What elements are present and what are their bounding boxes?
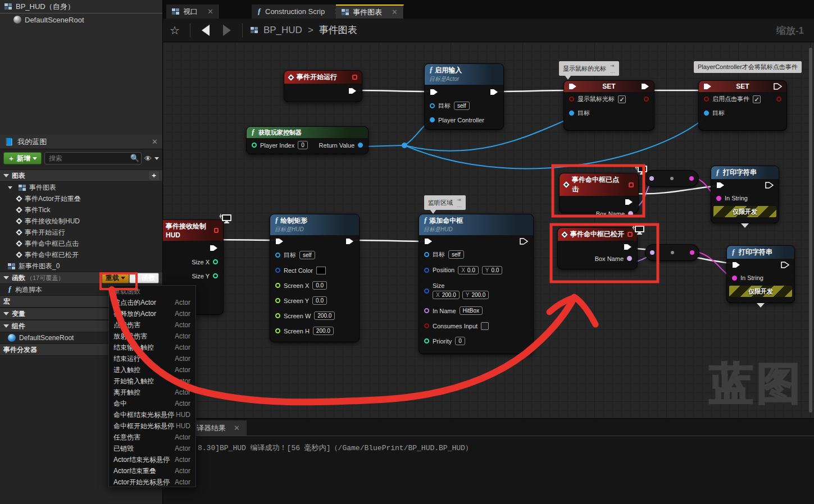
exec-out-pin[interactable] [781,262,789,268]
node-event-hitbox-release[interactable]: 事件命中框已松开 Box Name [557,227,638,269]
menu-item-end-play[interactable]: 结束运行Actor [109,353,195,364]
exec-out-pin[interactable] [520,238,528,245]
node-print-string-2[interactable]: ƒ 打印字符串 In String 仅限开发 [726,245,795,303]
click-events-checkbox[interactable]: ✓ [753,95,761,103]
position-y-value[interactable]: Y0.0 [482,266,503,274]
string-out-pin[interactable] [690,250,694,255]
exec-out-pin[interactable] [774,83,782,90]
name-to-string-conversion-node[interactable] [644,170,699,187]
size-y-pin[interactable] [213,273,218,278]
return-value-pin[interactable] [358,143,363,148]
my-blueprint-tab[interactable]: 📘 我的蓝图 ✕ [0,135,162,149]
exec-in-pin[interactable] [732,262,740,268]
exec-in-pin[interactable] [569,83,577,90]
add-new-button[interactable]: ＋新增 [3,152,42,164]
name-in-pin[interactable] [649,176,654,181]
node-enable-input[interactable]: ƒ 启用输入 目标是Actor 目标 self Player Controlle… [424,63,504,130]
target-pin[interactable] [569,111,574,116]
expand-arrow-icon[interactable] [757,303,765,308]
breadcrumb-asset[interactable]: BP_HUD [263,25,302,36]
exec-in-pin[interactable] [275,238,284,245]
sidebar-event-receive-drawhud[interactable]: 事件接收绘制HUD [0,216,162,227]
exec-out-pin[interactable] [490,89,498,95]
in-string-pin[interactable] [716,196,721,201]
menu-item-hitbox-end-cursor-over[interactable]: 命中框结束光标悬停HUD [109,409,195,420]
name-in-pin[interactable] [650,250,654,255]
menu-item-actor-end-cursor-over[interactable]: Actor结束光标悬停Actor [109,454,195,465]
target-pin[interactable] [424,252,429,257]
player-index-pin[interactable] [252,143,257,148]
sidebar-event-hitbox-click[interactable]: 事件命中框已点击 [0,238,162,249]
target-pin[interactable] [430,103,435,108]
size-pin[interactable] [424,288,429,294]
sidebar-event-beginplay[interactable]: 事件开始运行 [0,227,162,238]
tab-viewport[interactable]: 视口✕ [166,4,220,19]
back-button[interactable] [202,25,210,36]
menu-item-point-damage[interactable]: 点状伤害Actor [109,319,195,331]
node-add-hitbox[interactable]: ƒ 添加命中框 目标是HUD 目标 self Position X0.0 Y0.… [419,214,534,354]
menu-item-actor-released[interactable]: 被释放的ActorActor [109,308,195,319]
node-set-show-mouse-cursor[interactable]: SET 显示鼠标光标 ✓ 目标 [563,80,654,131]
pin-icon[interactable]: ⇥… [457,197,462,208]
exec-out-pin[interactable] [348,88,357,94]
screen-h-pin[interactable] [275,328,280,333]
screen-w-pin[interactable] [275,313,280,318]
sidebar-event-hitbox-release[interactable]: 事件命中框已松开 [0,249,162,260]
bool-out-pin[interactable] [644,97,649,102]
menu-item-begin-input-touch[interactable]: 开始输入触控Actor [109,375,195,387]
exec-in-pin[interactable] [716,182,725,189]
visibility-filter-icon[interactable]: 👁 [144,154,152,163]
filter-chevron-icon[interactable] [154,157,159,160]
favorite-star-icon[interactable]: ☆ [170,24,180,37]
bool-pin[interactable] [704,97,709,102]
node-event-hitbox-click[interactable]: 事件命中框已点击 Box Name [559,173,639,213]
target-pin[interactable] [275,253,280,258]
screen-w-value[interactable]: 200.0 [314,311,335,320]
close-icon[interactable]: ✕ [234,424,240,432]
menu-item-hit[interactable]: 命中Actor [109,398,195,409]
exec-out-pin[interactable] [624,244,632,250]
screen-x-value[interactable]: 0.0 [312,281,327,290]
graphs-section-header[interactable]: 图表 ＋ [0,169,162,182]
target-pin[interactable] [704,111,709,116]
consumes-input-checkbox[interactable] [481,322,489,330]
sidebar-item-new-eventgraph[interactable]: 新事件图表_0 [0,260,162,272]
forward-button[interactable] [223,25,231,36]
exec-out-pin[interactable] [210,245,218,251]
comment-bubble-show-cursor[interactable]: 显示鼠标的光标⇥… [559,61,619,76]
add-graph-button[interactable]: ＋ [149,171,159,180]
exec-out-pin[interactable] [641,83,649,90]
menu-item-destroyed[interactable]: 已销毁Actor [109,443,195,454]
box-name-pin[interactable] [627,256,632,261]
color-swatch[interactable] [316,267,326,274]
target-value[interactable]: self [448,250,464,259]
tab-construction-script[interactable]: ƒ Construction Scrip✕ [252,4,347,19]
node-print-string-1[interactable]: ƒ 打印字符串 In String 仅限开发 [711,166,779,223]
event-graph-canvas[interactable]: 蓝图 事件开始运行 [163,42,814,418]
screen-y-value[interactable]: 0.0 [312,296,327,305]
priority-value[interactable]: 0 [455,337,465,345]
search-input[interactable] [44,152,142,164]
in-string-pin[interactable] [732,276,737,281]
menu-item-actor-end-overlap[interactable]: Actor结束重叠Actor [109,465,195,476]
expand-arrow-icon[interactable] [741,223,749,228]
consumes-input-pin[interactable] [424,323,429,328]
graph-vertical-scrollbar[interactable] [809,48,812,413]
menu-item-hitbox-begin-cursor-over[interactable]: 命中框开始光标悬停HUD [109,420,195,432]
exec-out-pin[interactable] [765,182,774,189]
comment-bubble-click-events[interactable]: PlayerController才会将鼠标点击事件 [694,61,802,73]
close-icon[interactable]: ✕ [207,7,213,16]
sidebar-event-actor-beginoverlap[interactable]: 事件Actor开始重叠 [0,193,162,204]
sidebar-item-eventgraph[interactable]: 事件图表 [0,182,162,193]
in-name-value[interactable]: HitBox [460,306,483,315]
screen-h-value[interactable]: 200.0 [313,327,334,335]
in-name-pin[interactable] [424,308,429,313]
bool-pin[interactable] [569,97,574,102]
breadcrumb-current[interactable]: 事件图表 [319,24,357,36]
node-get-player-controller[interactable]: ƒ 获取玩家控制器 Player Index 0 Return Value [246,126,369,154]
node-set-enable-click-events[interactable]: SET 启用点击事件 ✓ 目标 [698,80,787,131]
size-x-value[interactable]: X200.0 [433,291,460,299]
target-value[interactable]: self [454,102,470,110]
close-icon[interactable]: ✕ [392,8,398,16]
exec-in-pin[interactable] [424,238,433,245]
